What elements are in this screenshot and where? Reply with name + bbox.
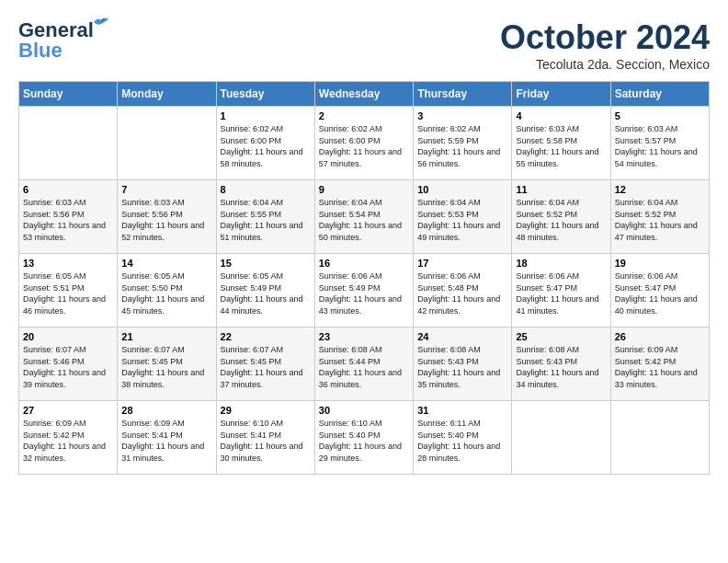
day-number: 6 <box>23 184 113 195</box>
day-info: Sunrise: 6:05 AMSunset: 5:51 PMDaylight:… <box>23 270 113 316</box>
day-number: 28 <box>121 405 211 416</box>
logo: General Blue <box>18 18 94 63</box>
calendar-cell: 20Sunrise: 6:07 AMSunset: 5:46 PMDayligh… <box>19 327 118 401</box>
week-row-1: 1Sunrise: 6:02 AMSunset: 6:00 PMDaylight… <box>19 107 710 180</box>
calendar-cell: 5Sunrise: 6:03 AMSunset: 5:57 PMDaylight… <box>610 107 709 180</box>
calendar-cell: 19Sunrise: 6:06 AMSunset: 5:47 PMDayligh… <box>610 254 709 327</box>
day-info: Sunrise: 6:08 AMSunset: 5:43 PMDaylight:… <box>417 344 507 390</box>
day-number: 4 <box>516 110 606 121</box>
calendar-cell <box>610 401 709 475</box>
day-info: Sunrise: 6:06 AMSunset: 5:48 PMDaylight:… <box>417 270 507 316</box>
day-number: 14 <box>121 258 211 269</box>
day-number: 22 <box>221 331 311 342</box>
header-monday: Monday <box>118 82 216 107</box>
day-info: Sunrise: 6:03 AMSunset: 5:58 PMDaylight:… <box>516 123 606 169</box>
calendar-cell: 4Sunrise: 6:03 AMSunset: 5:58 PMDaylight… <box>512 107 610 180</box>
calendar-table: SundayMondayTuesdayWednesdayThursdayFrid… <box>18 81 710 475</box>
calendar-cell: 11Sunrise: 6:04 AMSunset: 5:52 PMDayligh… <box>512 180 610 254</box>
day-info: Sunrise: 6:04 AMSunset: 5:54 PMDaylight:… <box>319 197 409 243</box>
page-header: General Blue October 2024 Tecoluta 2da. … <box>18 18 710 72</box>
calendar-cell: 6Sunrise: 6:03 AMSunset: 5:56 PMDaylight… <box>19 180 118 254</box>
header-wednesday: Wednesday <box>314 82 413 107</box>
day-info: Sunrise: 6:10 AMSunset: 5:40 PMDaylight:… <box>319 418 409 464</box>
calendar-cell: 31Sunrise: 6:11 AMSunset: 5:40 PMDayligh… <box>414 401 512 475</box>
calendar-cell: 8Sunrise: 6:04 AMSunset: 5:55 PMDaylight… <box>216 180 314 254</box>
calendar-cell: 26Sunrise: 6:09 AMSunset: 5:42 PMDayligh… <box>610 327 709 401</box>
calendar-cell: 10Sunrise: 6:04 AMSunset: 5:53 PMDayligh… <box>414 180 512 254</box>
calendar-cell: 7Sunrise: 6:03 AMSunset: 5:56 PMDaylight… <box>118 180 216 254</box>
day-number: 12 <box>615 184 705 195</box>
calendar-cell: 3Sunrise: 6:02 AMSunset: 5:59 PMDaylight… <box>414 107 512 180</box>
title-block: October 2024 Tecoluta 2da. Seccion, Mexi… <box>500 18 710 72</box>
day-number: 7 <box>121 184 211 195</box>
day-info: Sunrise: 6:07 AMSunset: 5:46 PMDaylight:… <box>23 344 113 390</box>
calendar-cell: 1Sunrise: 6:02 AMSunset: 6:00 PMDaylight… <box>216 107 314 180</box>
calendar-cell: 2Sunrise: 6:02 AMSunset: 6:00 PMDaylight… <box>314 107 413 180</box>
calendar-cell <box>19 107 118 180</box>
day-number: 25 <box>516 331 606 342</box>
day-number: 1 <box>221 110 311 121</box>
day-info: Sunrise: 6:05 AMSunset: 5:50 PMDaylight:… <box>121 270 211 316</box>
logo-bird-icon <box>92 15 110 29</box>
week-row-5: 27Sunrise: 6:09 AMSunset: 5:42 PMDayligh… <box>19 401 710 475</box>
calendar-cell: 29Sunrise: 6:10 AMSunset: 5:41 PMDayligh… <box>216 401 314 475</box>
calendar-cell: 27Sunrise: 6:09 AMSunset: 5:42 PMDayligh… <box>19 401 118 475</box>
week-row-4: 20Sunrise: 6:07 AMSunset: 5:46 PMDayligh… <box>19 327 710 401</box>
calendar-cell: 16Sunrise: 6:06 AMSunset: 5:49 PMDayligh… <box>314 254 413 327</box>
calendar-cell: 25Sunrise: 6:08 AMSunset: 5:43 PMDayligh… <box>512 327 610 401</box>
day-info: Sunrise: 6:02 AMSunset: 6:00 PMDaylight:… <box>221 123 311 169</box>
location: Tecoluta 2da. Seccion, Mexico <box>500 57 710 72</box>
day-number: 20 <box>23 331 113 342</box>
day-info: Sunrise: 6:06 AMSunset: 5:47 PMDaylight:… <box>615 270 705 316</box>
day-number: 5 <box>615 110 705 121</box>
day-info: Sunrise: 6:11 AMSunset: 5:40 PMDaylight:… <box>417 418 507 464</box>
day-number: 21 <box>121 331 211 342</box>
calendar-cell: 30Sunrise: 6:10 AMSunset: 5:40 PMDayligh… <box>314 401 413 475</box>
day-number: 31 <box>417 405 507 416</box>
day-number: 8 <box>221 184 311 195</box>
header-sunday: Sunday <box>19 82 118 107</box>
day-number: 11 <box>516 184 606 195</box>
day-info: Sunrise: 6:07 AMSunset: 5:45 PMDaylight:… <box>121 344 211 390</box>
calendar-cell <box>512 401 610 475</box>
day-info: Sunrise: 6:09 AMSunset: 5:42 PMDaylight:… <box>615 344 705 390</box>
week-row-3: 13Sunrise: 6:05 AMSunset: 5:51 PMDayligh… <box>19 254 710 327</box>
day-info: Sunrise: 6:10 AMSunset: 5:41 PMDaylight:… <box>221 418 311 464</box>
day-info: Sunrise: 6:07 AMSunset: 5:45 PMDaylight:… <box>221 344 311 390</box>
header-thursday: Thursday <box>414 82 512 107</box>
day-number: 2 <box>319 110 409 121</box>
day-number: 17 <box>417 258 507 269</box>
day-number: 19 <box>615 258 705 269</box>
day-info: Sunrise: 6:06 AMSunset: 5:49 PMDaylight:… <box>319 270 409 316</box>
day-info: Sunrise: 6:03 AMSunset: 5:56 PMDaylight:… <box>23 197 113 243</box>
header-tuesday: Tuesday <box>216 82 314 107</box>
day-number: 24 <box>417 331 507 342</box>
day-number: 30 <box>319 405 409 416</box>
day-number: 29 <box>221 405 311 416</box>
day-info: Sunrise: 6:08 AMSunset: 5:44 PMDaylight:… <box>319 344 409 390</box>
calendar-cell: 14Sunrise: 6:05 AMSunset: 5:50 PMDayligh… <box>118 254 216 327</box>
day-number: 9 <box>319 184 409 195</box>
day-number: 27 <box>23 405 113 416</box>
day-number: 13 <box>23 258 113 269</box>
day-info: Sunrise: 6:04 AMSunset: 5:53 PMDaylight:… <box>417 197 507 243</box>
week-row-2: 6Sunrise: 6:03 AMSunset: 5:56 PMDaylight… <box>19 180 710 254</box>
day-number: 18 <box>516 258 606 269</box>
day-info: Sunrise: 6:04 AMSunset: 5:52 PMDaylight:… <box>516 197 606 243</box>
day-info: Sunrise: 6:03 AMSunset: 5:56 PMDaylight:… <box>121 197 211 243</box>
day-info: Sunrise: 6:09 AMSunset: 5:42 PMDaylight:… <box>23 418 113 464</box>
calendar-cell: 17Sunrise: 6:06 AMSunset: 5:48 PMDayligh… <box>414 254 512 327</box>
day-info: Sunrise: 6:04 AMSunset: 5:52 PMDaylight:… <box>615 197 705 243</box>
day-info: Sunrise: 6:03 AMSunset: 5:57 PMDaylight:… <box>615 123 705 169</box>
day-info: Sunrise: 6:08 AMSunset: 5:43 PMDaylight:… <box>516 344 606 390</box>
logo-general: General <box>18 18 94 41</box>
day-info: Sunrise: 6:02 AMSunset: 5:59 PMDaylight:… <box>417 123 507 169</box>
day-number: 10 <box>417 184 507 195</box>
calendar-cell: 9Sunrise: 6:04 AMSunset: 5:54 PMDaylight… <box>314 180 413 254</box>
day-number: 16 <box>319 258 409 269</box>
day-number: 23 <box>319 331 409 342</box>
calendar-cell: 21Sunrise: 6:07 AMSunset: 5:45 PMDayligh… <box>118 327 216 401</box>
day-number: 3 <box>417 110 507 121</box>
calendar-cell <box>118 107 216 180</box>
calendar-cell: 15Sunrise: 6:05 AMSunset: 5:49 PMDayligh… <box>216 254 314 327</box>
